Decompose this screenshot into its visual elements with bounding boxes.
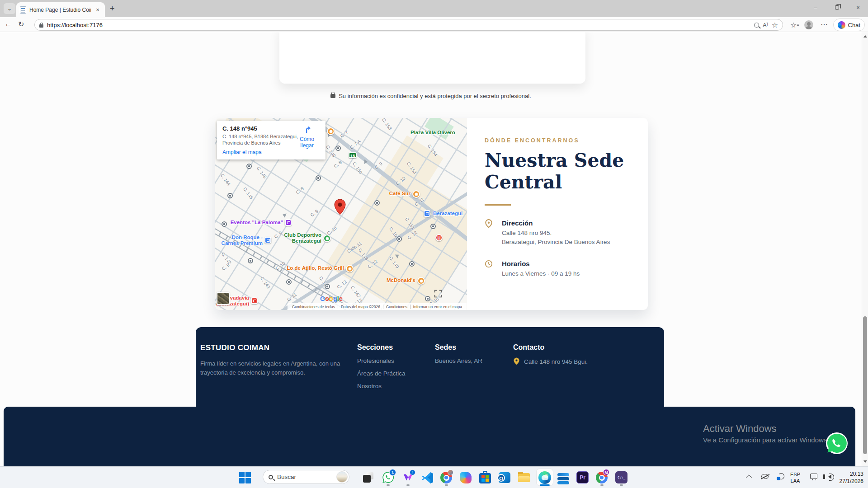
window-restore-button[interactable] bbox=[830, 3, 844, 13]
file-explorer-icon[interactable] bbox=[518, 471, 530, 483]
tray-clock[interactable]: 20:1327/1/2026 bbox=[835, 470, 863, 485]
favorite-star-icon[interactable]: ☆ bbox=[772, 21, 778, 29]
taskbar-search[interactable]: Buscar bbox=[263, 470, 349, 484]
edge-app-icon[interactable] bbox=[538, 471, 551, 483]
footer-link-buenos-aires[interactable]: Buenos Aires, AR bbox=[435, 357, 482, 364]
scroll-up-arrow[interactable] bbox=[863, 35, 867, 38]
clipchamp-app-icon[interactable]: ↑ bbox=[402, 471, 414, 483]
map-street-label: C. 12 bbox=[336, 279, 348, 290]
chrome-app-icon[interactable] bbox=[440, 471, 453, 483]
poi-icon[interactable] bbox=[417, 277, 425, 285]
enlarge-map-link[interactable]: Ampliar el mapa bbox=[222, 149, 262, 155]
directions-link[interactable]: Cómo llegar bbox=[293, 124, 321, 149]
map-street-label: C. 143 bbox=[259, 276, 271, 289]
event-poi-icon[interactable] bbox=[264, 237, 271, 244]
footer-tagline: Firma líder en servicios legales en Arge… bbox=[200, 359, 349, 377]
taskbar bbox=[0, 466, 868, 488]
new-tab-button[interactable]: + bbox=[110, 5, 115, 12]
vscode-app-icon[interactable] bbox=[421, 471, 434, 483]
map-keyboard-shortcuts-link[interactable]: Combinaciones de teclas bbox=[289, 305, 338, 309]
map-street-label: C. 144 bbox=[220, 173, 231, 186]
map-info-card: C. 148 n°945 C. 148 n°945, B1884 Berazat… bbox=[217, 121, 326, 160]
poi-icon[interactable] bbox=[412, 190, 420, 198]
favorites-hub-icon[interactable]: ☆≡ bbox=[790, 21, 799, 29]
browser-menu-icon[interactable]: ⋯ bbox=[821, 20, 828, 28]
tab-close-icon[interactable]: × bbox=[94, 6, 101, 13]
window-close-button[interactable]: × bbox=[851, 3, 865, 13]
browser-tab[interactable]: Home Page | Estudio Coiman × bbox=[16, 2, 105, 17]
map-poi-label: McDonald's bbox=[387, 277, 415, 283]
map-street-label: C. 154 bbox=[427, 143, 439, 157]
site-lock-icon[interactable] bbox=[39, 24, 43, 28]
footer-col-secciones: Secciones Profesionales Áreas de Práctic… bbox=[357, 343, 406, 389]
bus-stop-icon bbox=[396, 236, 402, 242]
hours-value: Lunes a Viernes · 09 a 19 hs bbox=[502, 269, 580, 278]
address-bar[interactable]: https://localhost:7176 A) ☆ bbox=[34, 19, 783, 31]
google-map-embed[interactable]: C. 7C. 7 AC. 8C. 8C. 9C. 9C. 9C. 9C. 10C… bbox=[215, 118, 467, 310]
poi-icon[interactable] bbox=[346, 265, 354, 272]
tray-sync-icon[interactable] bbox=[778, 473, 784, 479]
event-poi-icon[interactable] bbox=[285, 219, 292, 226]
start-button[interactable] bbox=[239, 471, 251, 483]
footer-link-areas[interactable]: Áreas de Práctica bbox=[357, 370, 406, 377]
satellite-view-toggle[interactable] bbox=[217, 292, 230, 305]
page-scrollbar[interactable] bbox=[862, 32, 868, 466]
back-button[interactable]: ← bbox=[5, 20, 12, 28]
profile-avatar[interactable] bbox=[804, 20, 813, 29]
copilot-chat-button[interactable]: Chat bbox=[833, 19, 865, 31]
tab-search-chevron-icon[interactable]: ⌄ bbox=[4, 3, 15, 14]
poi-icon[interactable] bbox=[327, 127, 335, 135]
google-logo[interactable]: Google bbox=[320, 295, 343, 302]
map-expand-icon[interactable] bbox=[433, 289, 443, 299]
read-aloud-icon[interactable]: A) bbox=[763, 22, 768, 28]
footer-link-nosotros[interactable]: Nosotros bbox=[357, 383, 406, 389]
network-icon[interactable] bbox=[810, 473, 817, 479]
map-street-label: C. 9 bbox=[310, 209, 319, 218]
footer-link-profesionales[interactable]: Profesionales bbox=[357, 357, 406, 364]
bus-stop-icon bbox=[316, 175, 321, 181]
refresh-button[interactable]: ↻ bbox=[18, 20, 24, 28]
url-text[interactable]: https://localhost:7176 bbox=[47, 22, 750, 28]
language-indicator[interactable]: ESPLAA bbox=[790, 472, 800, 484]
window-minimize-button[interactable]: – bbox=[809, 3, 822, 13]
microsoft-store-icon[interactable] bbox=[479, 471, 491, 483]
map-report-error-link[interactable]: Informar un error en el mapa bbox=[410, 305, 465, 309]
map-terms-link[interactable]: Condiciones bbox=[383, 305, 410, 309]
footer-brand: ESTUDIO COIMAN bbox=[200, 343, 660, 352]
train-poi-icon[interactable] bbox=[424, 210, 430, 217]
copilot-app-icon[interactable] bbox=[460, 471, 472, 483]
train-poi-icon[interactable] bbox=[251, 297, 258, 304]
route-badge-icon[interactable]: 18 bbox=[349, 152, 357, 158]
outlook-app-icon[interactable]: O bbox=[499, 471, 511, 483]
bus-stop-icon bbox=[227, 193, 233, 198]
map-poi-label: Don Roque - Carnes Premium bbox=[222, 235, 263, 246]
desktop: { "browser": { "tab_title": "Home Page |… bbox=[0, 0, 868, 488]
whatsapp-float-button[interactable] bbox=[826, 432, 848, 455]
hours-row: Horarios Lunes a Viernes · 09 a 19 hs bbox=[485, 260, 648, 278]
map-poi-label: Club Deportivo Berazategui bbox=[284, 232, 321, 244]
browser-tab-strip: ⌄ Home Page | Estudio Coiman × + – × bbox=[0, 0, 868, 17]
chrome-profile-badge bbox=[448, 469, 453, 475]
map-poi-label: Eventos "La Paloma" bbox=[231, 220, 283, 225]
whatsapp-app-icon[interactable]: 1 bbox=[382, 471, 394, 483]
chrome-profile2-app-icon[interactable]: M bbox=[596, 471, 608, 483]
scrollbar-thumb[interactable] bbox=[863, 316, 867, 454]
data-stack-app-icon[interactable] bbox=[557, 473, 570, 485]
hospital-icon[interactable]: H bbox=[435, 234, 443, 241]
task-view-button[interactable] bbox=[363, 471, 375, 483]
tray-expand-chevron[interactable] bbox=[747, 473, 751, 479]
terminal-app-icon[interactable]: C:\_ bbox=[615, 471, 627, 483]
bus-stop-icon bbox=[335, 145, 341, 151]
poi-icon[interactable] bbox=[323, 235, 331, 242]
premiere-app-icon[interactable]: Pr bbox=[576, 471, 589, 483]
bus-stop-icon bbox=[409, 261, 415, 267]
gold-divider bbox=[485, 204, 511, 206]
map-street-label: C. 8 bbox=[333, 160, 343, 169]
map-destination-pin-icon[interactable] bbox=[334, 199, 346, 215]
bus-stop-icon bbox=[246, 164, 252, 169]
tray-eye-off-icon[interactable] bbox=[761, 473, 769, 479]
zoom-out-icon[interactable] bbox=[754, 23, 759, 28]
bing-daily-image[interactable] bbox=[336, 471, 348, 483]
scroll-down-arrow[interactable] bbox=[863, 460, 867, 463]
volume-icon[interactable] bbox=[828, 473, 831, 479]
